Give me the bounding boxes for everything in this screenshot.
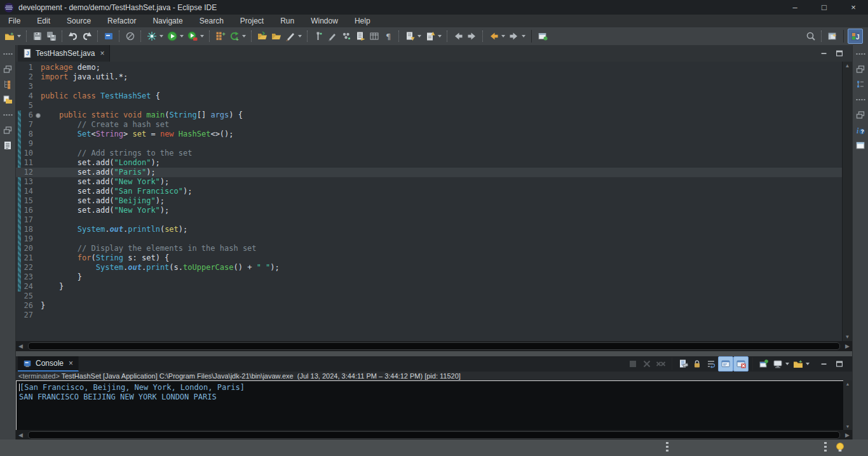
show-on-stdout-button[interactable]: [718, 356, 733, 372]
help-view-icon[interactable]: i?: [854, 124, 867, 137]
forward-history-button[interactable]: [507, 29, 521, 43]
run-dropdown-icon[interactable]: [180, 35, 184, 37]
back-annotation-button[interactable]: [451, 29, 465, 43]
editor-tab-close-icon[interactable]: ×: [100, 49, 104, 58]
coverage-button[interactable]: +: [214, 29, 227, 43]
remove-launch-button[interactable]: [640, 357, 654, 371]
code-line-19[interactable]: 19: [16, 234, 842, 244]
menu-search[interactable]: Search: [191, 15, 232, 27]
java-perspective-button[interactable]: J: [848, 29, 863, 44]
scroll-right-icon[interactable]: ▶: [843, 432, 852, 438]
format-dropdown-icon[interactable]: [298, 35, 302, 37]
profile-button[interactable]: [186, 29, 200, 43]
console-tab-close-icon[interactable]: ×: [69, 359, 73, 368]
code-line-7[interactable]: 7 // Create a hash set: [16, 120, 842, 130]
pin-console-button[interactable]: [757, 357, 771, 371]
editor-horizontal-scrollbar[interactable]: ◀ ▶: [16, 341, 852, 351]
code-line-20[interactable]: 20 // Display the elements in the hash s…: [16, 244, 842, 253]
previous-edit-location-button[interactable]: [423, 29, 437, 43]
open-console-button[interactable]: +: [791, 357, 805, 371]
code-line-18[interactable]: 18 System.out.println(set);: [16, 225, 842, 234]
close-button[interactable]: ×: [839, 0, 868, 15]
code-editor[interactable]: 1package demo;2import java.util.*;34publ…: [16, 62, 842, 341]
code-line-1[interactable]: 1package demo;: [16, 63, 842, 72]
code-line-25[interactable]: 25: [16, 292, 842, 301]
menu-file[interactable]: File: [0, 15, 29, 27]
display-selected-console-dropdown-icon[interactable]: [785, 363, 789, 365]
minimize-console-icon[interactable]: [817, 358, 832, 370]
menu-help[interactable]: Help: [346, 15, 379, 27]
scroll-down-icon[interactable]: ▼: [846, 424, 850, 429]
scroll-right-icon[interactable]: ▶: [843, 343, 852, 349]
open-console-dropdown-icon[interactable]: [806, 363, 810, 365]
search-button[interactable]: [804, 29, 818, 43]
back-history-button[interactable]: [487, 29, 501, 43]
scroll-left-icon[interactable]: ◀: [16, 343, 25, 349]
maximize-console-icon[interactable]: [832, 358, 847, 370]
console-horizontal-scrollbar[interactable]: ◀ ▶: [16, 430, 852, 439]
scroll-down-icon[interactable]: ▼: [845, 334, 850, 340]
menu-run[interactable]: Run: [272, 15, 302, 27]
menu-navigate[interactable]: Navigate: [144, 15, 191, 27]
internal-browser-view-icon[interactable]: [854, 139, 867, 152]
code-line-24[interactable]: 24 }: [16, 282, 842, 292]
show-selected-element-button[interactable]: [339, 29, 353, 43]
open-task-button[interactable]: [311, 29, 325, 43]
import-button[interactable]: [255, 29, 269, 43]
forward-annotation-button[interactable]: [465, 29, 479, 43]
code-line-26[interactable]: 26}: [16, 301, 842, 311]
undo-button[interactable]: [66, 29, 80, 43]
scroll-lock-button[interactable]: [690, 357, 704, 371]
open-console-view-button[interactable]: [102, 29, 116, 43]
scrollbar-thumb[interactable]: [28, 431, 840, 439]
menu-window[interactable]: Window: [302, 15, 346, 27]
next-annotation-button[interactable]: [353, 29, 367, 43]
minimize-button[interactable]: –: [780, 0, 810, 15]
editor-vertical-scrollbar[interactable]: ▲ ▼: [842, 62, 852, 341]
code-line-3[interactable]: 3: [16, 82, 842, 91]
restore-view-bottom-icon[interactable]: [854, 109, 867, 121]
code-line-27[interactable]: 27: [16, 311, 842, 320]
link-with-editor-button[interactable]: [536, 29, 550, 43]
code-line-11[interactable]: 11 set.add("London");: [16, 158, 842, 168]
code-line-15[interactable]: 15 set.add("Beijing");: [16, 196, 842, 206]
package-explorer-icon[interactable]: [1, 78, 14, 91]
code-line-9[interactable]: 9: [16, 139, 842, 149]
debug-dropdown-icon[interactable]: [159, 35, 163, 37]
code-line-6[interactable]: 6 public static void main(String[] args)…: [16, 111, 842, 120]
clear-console-button[interactable]: [676, 357, 690, 371]
open-perspective-button[interactable]: +: [825, 29, 839, 43]
remove-all-terminated-button[interactable]: [654, 357, 668, 371]
console-vertical-scrollbar[interactable]: ▲ ▼: [843, 380, 852, 430]
maximize-button[interactable]: □: [810, 0, 839, 15]
menu-edit[interactable]: Edit: [29, 15, 58, 27]
code-line-16[interactable]: 16 set.add("New York");: [16, 206, 842, 215]
code-line-12[interactable]: 12 set.add("Paris");: [16, 168, 842, 177]
code-line-14[interactable]: 14 set.add("San Francisco");: [16, 187, 842, 196]
last-edit-location-dropdown-icon[interactable]: [417, 35, 421, 37]
skip-all-breakpoints-button[interactable]: [123, 29, 137, 43]
scrollbar-thumb[interactable]: [28, 342, 840, 350]
show-view-grid-button[interactable]: [367, 29, 381, 43]
code-line-4[interactable]: 4public class TestHashSet {: [16, 91, 842, 101]
display-selected-console-button[interactable]: [771, 357, 785, 371]
show-on-stderr-button[interactable]: [733, 356, 749, 372]
code-line-13[interactable]: 13 set.add("New York");: [16, 177, 842, 187]
debug-button[interactable]: [145, 29, 159, 43]
tab-console[interactable]: Console ×: [18, 356, 79, 372]
scroll-up-icon[interactable]: ▲: [846, 382, 850, 386]
tab-testhashset-java[interactable]: J TestHashSet.java ×: [18, 45, 110, 62]
previous-edit-location-dropdown-icon[interactable]: [438, 35, 442, 37]
restore-view-bottom-icon[interactable]: [1, 124, 14, 137]
code-line-5[interactable]: 5: [16, 101, 842, 111]
tips-lightbulb-icon[interactable]: [834, 441, 846, 453]
scroll-up-icon[interactable]: ▲: [845, 63, 850, 69]
snippets-view-icon[interactable]: [1, 139, 14, 152]
minimize-editor-icon[interactable]: [817, 47, 832, 60]
restore-view-top-icon[interactable]: [854, 63, 867, 76]
redo-button[interactable]: [80, 29, 94, 43]
mark-occurrences-button[interactable]: [325, 29, 339, 43]
terminate-button[interactable]: [626, 357, 640, 371]
new-wizard-button[interactable]: +: [3, 29, 17, 43]
new-wizard-dropdown-icon[interactable]: [17, 35, 21, 37]
